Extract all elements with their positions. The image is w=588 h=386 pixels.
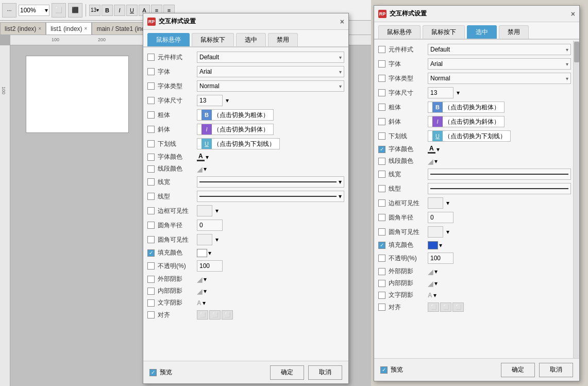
dialog1-cancel-btn[interactable]: 取消 <box>308 365 342 380</box>
d2-check-element-style[interactable] <box>378 46 385 53</box>
d2-check-font-color[interactable] <box>378 146 385 153</box>
check-corner-radius[interactable] <box>147 222 155 229</box>
dialog2-tab-hover[interactable]: 鼠标悬停 <box>378 25 421 39</box>
d2-check-italic[interactable] <box>378 118 385 125</box>
inner-shadow-picker[interactable]: ◢ ▾ <box>197 287 207 295</box>
check-outer-shadow[interactable] <box>147 276 155 283</box>
d2-select-element-style[interactable]: Default ▾ <box>428 44 571 55</box>
check-font-size[interactable] <box>147 97 155 104</box>
check-font[interactable] <box>147 68 155 75</box>
align-right-icon[interactable]: ⬜ <box>222 310 233 320</box>
underline-btn[interactable]: U <box>126 5 138 16</box>
d2-check-inner-shadow[interactable] <box>378 280 385 287</box>
d2-check-underline[interactable] <box>378 132 385 140</box>
dialog2-scrollbar[interactable] <box>573 41 579 358</box>
d2-check-opacity[interactable] <box>378 255 385 262</box>
check-element-style[interactable] <box>147 54 155 61</box>
d2-align-left-icon[interactable]: ⬜ <box>428 303 439 312</box>
input-font-size[interactable]: 13 <box>197 95 223 106</box>
check-font-type[interactable] <box>147 82 155 90</box>
check-corner-visible[interactable] <box>147 236 155 243</box>
align-center-icon[interactable]: ⬜ <box>209 310 221 320</box>
tab-list2[interactable]: list2 (index) × <box>0 22 46 35</box>
dialog2-tab-disabled[interactable]: 禁用 <box>499 25 529 39</box>
d2-underline-style-btn[interactable]: U （点击切换为下划线） <box>428 130 511 142</box>
d2-input-corner-radius[interactable]: 0 <box>428 212 453 223</box>
dialog1-ok-btn[interactable]: 确定 <box>270 365 304 380</box>
d2-check-line-width[interactable] <box>378 171 385 178</box>
check-italic[interactable] <box>147 126 155 133</box>
d2-align-right-icon[interactable]: ⬜ <box>452 303 464 312</box>
underline-style-btn[interactable]: U （点击切换为下划线） <box>197 138 280 149</box>
dialog1-tab-hover[interactable]: 鼠标悬停 <box>147 33 190 46</box>
d2-check-bold[interactable] <box>378 104 385 111</box>
d2-select-font[interactable]: Arial ▾ <box>428 58 571 70</box>
dialog2-tab-selected[interactable]: 选中 <box>467 25 497 39</box>
font-color-picker[interactable]: A ▾ <box>197 153 209 161</box>
bold-btn[interactable]: B <box>102 5 113 16</box>
border-visibility-box[interactable] <box>197 205 212 216</box>
check-bold[interactable] <box>147 111 155 119</box>
d2-corner-visibility-box[interactable] <box>428 226 443 238</box>
d2-fill-color-picker[interactable]: ▾ <box>428 241 442 249</box>
d2-inner-shadow-picker[interactable]: ◢ ▾ <box>428 279 438 288</box>
check-preview2[interactable] <box>380 366 388 374</box>
d2-check-outer-shadow[interactable] <box>378 268 385 275</box>
input-opacity[interactable]: 100 <box>197 260 223 272</box>
d2-input-opacity[interactable]: 100 <box>428 253 453 264</box>
tab-list1[interactable]: list1 (index) × <box>46 22 92 35</box>
check-fill-color[interactable] <box>147 249 155 257</box>
check-line-width[interactable] <box>147 178 155 186</box>
line-type-select[interactable]: ▾ <box>197 191 344 202</box>
italic-style-btn[interactable]: I （点击切换为斜体） <box>197 124 274 135</box>
check-opacity[interactable] <box>147 262 155 270</box>
select-font-type[interactable]: Normal ▾ <box>197 80 344 92</box>
align-left-icon[interactable]: ⬜ <box>197 310 208 320</box>
dialog1-tab-disabled[interactable]: 禁用 <box>268 33 298 46</box>
check-text-shadow[interactable] <box>147 299 155 307</box>
check-underline[interactable] <box>147 140 155 147</box>
toolbar-btn1[interactable]: ⬜ <box>52 3 66 18</box>
d2-check-line-type[interactable] <box>378 185 385 192</box>
dialog1-tab-selected[interactable]: 选中 <box>236 33 266 46</box>
bold-style-btn[interactable]: B （点击切换为粗体） <box>197 109 274 121</box>
fill-color-picker[interactable]: ▾ <box>197 249 211 257</box>
dialog1-tab-click[interactable]: 鼠标按下 <box>192 33 234 46</box>
line-width-select[interactable]: ▾ <box>197 176 344 188</box>
dialog2-ok-btn[interactable]: 确定 <box>501 363 535 377</box>
select-element-style[interactable]: Default ▾ <box>197 52 344 63</box>
d2-text-shadow-picker[interactable]: A ▾ <box>428 292 436 299</box>
dialog1-close-btn[interactable]: × <box>340 18 344 26</box>
toolbar-dots[interactable]: ··· <box>2 3 16 18</box>
toolbar-btn2[interactable]: ⬛ <box>68 3 82 18</box>
font-size-select[interactable]: 13▾ <box>89 5 100 16</box>
d2-line-width-select[interactable] <box>428 169 571 180</box>
d2-check-text-shadow[interactable] <box>378 292 385 299</box>
zoom-box[interactable]: 100% ▾ <box>19 5 49 16</box>
text-shadow-picker[interactable]: A ▾ <box>197 299 206 307</box>
d2-check-font-size[interactable] <box>378 89 385 96</box>
check-font-color[interactable] <box>147 154 155 161</box>
outer-shadow-picker[interactable]: ◢ ▾ <box>197 275 207 283</box>
select-font[interactable]: Arial ▾ <box>197 66 344 77</box>
d2-align-center-icon[interactable]: ⬜ <box>440 303 451 312</box>
d2-check-font[interactable] <box>378 60 385 68</box>
check-stroke-color[interactable] <box>147 165 155 173</box>
input-corner-radius[interactable]: 0 <box>197 220 223 231</box>
d2-border-visibility-box[interactable] <box>428 197 443 209</box>
stroke-color-picker[interactable]: ◢ ▾ <box>197 165 207 173</box>
check-inner-shadow[interactable] <box>147 288 155 295</box>
d2-input-font-size[interactable]: 13 <box>428 87 453 98</box>
d2-bold-style-btn[interactable]: B （点击切换为粗体） <box>428 102 505 113</box>
d2-check-fill-color[interactable] <box>378 242 385 249</box>
d2-line-type-select[interactable] <box>428 183 571 194</box>
check-preview1[interactable] <box>149 369 157 376</box>
d2-outer-shadow-picker[interactable]: ◢ ▾ <box>428 267 438 276</box>
dialog2-cancel-btn[interactable]: 取消 <box>539 363 573 377</box>
tab-close-list1[interactable]: × <box>85 26 88 31</box>
d2-select-font-type[interactable]: Normal ▾ <box>428 73 571 84</box>
d2-font-color-picker[interactable]: A ▾ <box>428 145 440 154</box>
d2-check-border-visible[interactable] <box>378 199 385 207</box>
check-border-visible[interactable] <box>147 207 155 214</box>
d2-check-corner-visible[interactable] <box>378 228 385 236</box>
